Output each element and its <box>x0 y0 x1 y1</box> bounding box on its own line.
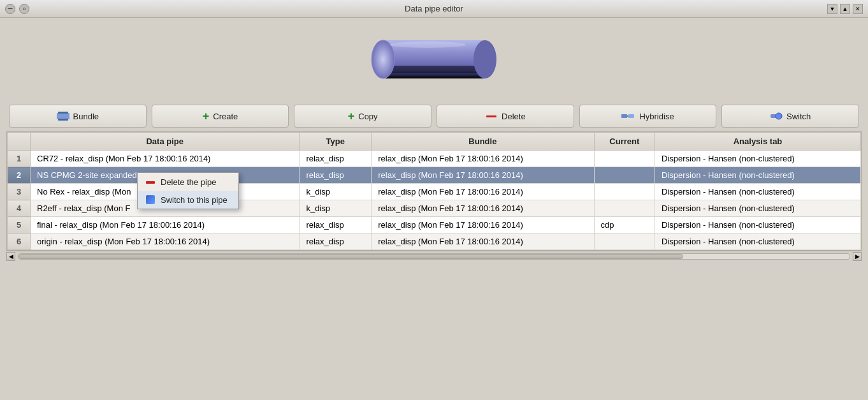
data-table-container: Data pipe Type Bundle Current Analysis t… <box>6 131 862 251</box>
table-row[interactable]: 4R2eff - relax_disp (Mon Fk_disprelax_di… <box>8 200 861 217</box>
svg-point-2 <box>372 40 394 78</box>
row-type: relax_disp <box>300 233 372 250</box>
create-label: Create <box>213 112 238 121</box>
row-bundle: relax_disp (Mon Feb 17 18:00:16 2014) <box>372 167 594 184</box>
row-data-pipe: CR72 - relax_disp (Mon Feb 17 18:00:16 2… <box>31 151 300 167</box>
row-analysis-tab: Dispersion - Hansen (non-clustered) <box>655 151 861 167</box>
row-analysis-tab: Dispersion - Hansen (non-clustered) <box>655 184 861 200</box>
restore-button[interactable]: ▲ <box>840 4 850 14</box>
pipe-logo <box>364 31 504 88</box>
col-type: Type <box>300 133 372 151</box>
scrollbar-thumb[interactable] <box>18 254 683 259</box>
collapse-button[interactable]: ▼ <box>827 4 837 14</box>
row-num: 1 <box>8 151 31 167</box>
window-controls[interactable]: ─ ○ <box>5 4 29 14</box>
copy-button[interactable]: + Copy <box>294 105 431 128</box>
context-delete-label: Delete the pipe <box>161 177 216 187</box>
row-type: relax_disp <box>300 217 372 233</box>
row-current <box>594 233 655 250</box>
data-table: Data pipe Type Bundle Current Analysis t… <box>7 132 861 250</box>
row-current <box>594 184 655 200</box>
row-bundle: relax_disp (Mon Feb 17 18:00:16 2014) <box>372 200 594 217</box>
bundle-button[interactable]: Bundle <box>9 105 147 128</box>
row-type: relax_disp <box>300 167 372 184</box>
row-type: k_disp <box>300 200 372 217</box>
copy-label: Copy <box>358 112 377 121</box>
row-bundle: relax_disp (Mon Feb 17 18:00:16 2014) <box>372 184 594 200</box>
title-bar: ─ ○ Data pipe editor ▼ ▲ ✕ <box>0 0 868 18</box>
row-current <box>594 200 655 217</box>
bundle-label: Bundle <box>73 112 99 121</box>
row-analysis-tab: Dispersion - Hansen (non-clustered) <box>655 200 861 217</box>
table-row[interactable]: 6origin - relax_disp (Mon Feb 17 18:00:1… <box>8 233 861 250</box>
table-row[interactable]: 5final - relax_disp (Mon Feb 17 18:00:16… <box>8 217 861 233</box>
scroll-left-arrow[interactable]: ◀ <box>6 252 15 261</box>
toolbar: Bundle + Create + Copy Delete Hybridise … <box>0 101 868 131</box>
svg-point-4 <box>389 41 466 48</box>
table-row[interactable]: 1CR72 - relax_disp (Mon Feb 17 18:00:16 … <box>8 151 861 167</box>
scrollbar-track[interactable] <box>18 253 850 260</box>
row-current <box>594 167 655 184</box>
svg-point-13 <box>776 113 782 119</box>
row-num: 3 <box>8 184 31 200</box>
delete-button[interactable]: Delete <box>437 105 574 128</box>
table-row[interactable]: 2NS CPMG 2-site expanded - relax_disp (M… <box>8 167 861 184</box>
context-menu-delete[interactable]: Delete the pipe <box>138 173 238 191</box>
scroll-right-arrow[interactable]: ▶ <box>853 252 862 261</box>
row-num: 2 <box>8 167 31 184</box>
row-current: cdp <box>594 217 655 233</box>
col-num <box>8 133 31 151</box>
delete-label: Delete <box>502 112 526 121</box>
hybridise-button[interactable]: Hybridise <box>579 105 717 128</box>
table-row[interactable]: 3No Rex - relax_disp (Monk_disprelax_dis… <box>8 184 861 200</box>
context-switch-label: Switch to this pipe <box>161 195 228 205</box>
table-header-row: Data pipe Type Bundle Current Analysis t… <box>8 133 861 151</box>
row-current <box>594 151 655 167</box>
window-title: Data pipe editor <box>405 4 463 13</box>
row-analysis-tab: Dispersion - Hansen (non-clustered) <box>655 233 861 250</box>
switch-icon <box>770 112 783 121</box>
close-button[interactable]: ✕ <box>853 4 863 14</box>
create-button[interactable]: + Create <box>152 105 289 128</box>
row-type: relax_disp <box>300 151 372 167</box>
svg-rect-10 <box>628 114 634 118</box>
hybridise-label: Hybridise <box>639 112 674 121</box>
title-right-controls[interactable]: ▼ ▲ ✕ <box>827 4 863 14</box>
svg-point-3 <box>474 40 496 78</box>
switch-label: Switch <box>786 112 811 121</box>
row-num: 6 <box>8 233 31 250</box>
col-current: Current <box>594 133 655 151</box>
row-num: 4 <box>8 200 31 217</box>
bundle-icon <box>57 112 69 121</box>
svg-rect-8 <box>486 115 496 117</box>
scrollbar-container: ◀ ▶ <box>6 251 862 261</box>
minimize-button[interactable]: ─ <box>5 4 15 14</box>
row-data-pipe: origin - relax_disp (Mon Feb 17 18:00:16… <box>31 233 300 250</box>
svg-rect-1 <box>383 66 485 73</box>
create-icon: + <box>203 110 210 123</box>
svg-rect-6 <box>58 112 68 114</box>
logo-area <box>0 18 868 101</box>
context-switch-icon <box>145 195 156 205</box>
row-bundle: relax_disp (Mon Feb 17 18:00:16 2014) <box>372 217 594 233</box>
hybridise-icon <box>621 112 635 121</box>
row-analysis-tab: Dispersion - Hansen (non-clustered) <box>655 217 861 233</box>
context-delete-icon <box>145 177 156 187</box>
col-bundle: Bundle <box>372 133 594 151</box>
delete-icon <box>485 112 498 121</box>
svg-rect-9 <box>621 114 627 118</box>
switch-button[interactable]: Switch <box>721 105 859 128</box>
col-analysis-tab: Analysis tab <box>655 133 861 151</box>
row-bundle: relax_disp (Mon Feb 17 18:00:16 2014) <box>372 151 594 167</box>
row-num: 5 <box>8 217 31 233</box>
col-data-pipe: Data pipe <box>31 133 300 151</box>
row-bundle: relax_disp (Mon Feb 17 18:00:16 2014) <box>372 233 594 250</box>
expand-button[interactable]: ○ <box>19 4 29 14</box>
svg-rect-7 <box>58 119 68 121</box>
row-analysis-tab: Dispersion - Hansen (non-clustered) <box>655 167 861 184</box>
context-menu: Delete the pipe Switch to this pipe <box>137 172 239 209</box>
row-type: k_disp <box>300 184 372 200</box>
copy-icon: + <box>348 110 355 123</box>
context-menu-switch[interactable]: Switch to this pipe <box>138 191 238 209</box>
row-data-pipe: final - relax_disp (Mon Feb 17 18:00:16 … <box>31 217 300 233</box>
